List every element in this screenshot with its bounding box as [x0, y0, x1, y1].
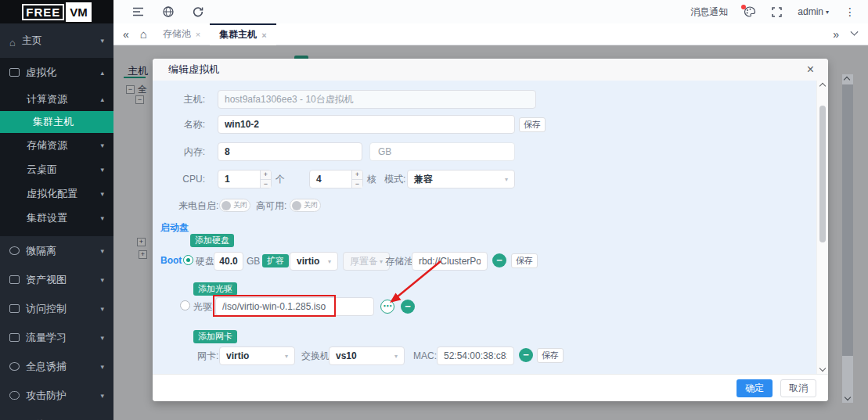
sidebar: FREE VM ⌂ 主页 ▾ 虚拟化 ▴ 计算资源 ▴ 集群主机 存储资源 ▾ …	[0, 0, 113, 420]
add-disk-button[interactable]: 添加硬盘	[190, 234, 234, 247]
tab-label: 存储池	[163, 27, 191, 41]
more-options-icon[interactable]: ⋮	[845, 5, 855, 18]
theme-palette-icon[interactable]	[744, 6, 756, 17]
cpu-sockets-stepper[interactable]: 1 + −	[218, 170, 272, 188]
nic-model-value: virtio	[226, 350, 249, 361]
tabs-menu-chevron-icon[interactable]	[851, 28, 859, 36]
decrement-icon[interactable]: −	[261, 180, 271, 188]
cpu-sockets-unit: 个	[276, 170, 285, 188]
save-name-button[interactable]: 保存	[519, 117, 546, 132]
remove-nic-button[interactable]: −	[519, 348, 533, 362]
notifications-link[interactable]: 消息通知	[690, 5, 728, 19]
annotation-red-rectangle	[213, 295, 336, 317]
increment-icon[interactable]: +	[261, 171, 271, 180]
sidebar-item-label: 攻击防护	[26, 389, 67, 403]
ha-toggle[interactable]: 关闭	[290, 199, 321, 212]
memory-field[interactable]	[218, 142, 362, 161]
expand-disk-button[interactable]: 扩容	[262, 254, 289, 267]
boot-cdrom-radio[interactable]	[180, 300, 190, 311]
caret-down-icon: ▾	[826, 9, 829, 16]
collapse-menu-icon[interactable]	[132, 7, 144, 16]
browse-iso-button[interactable]: ⋯	[380, 300, 394, 314]
toggle-knob	[292, 201, 301, 210]
sidebar-item-cluster-hosts[interactable]: 集群主机	[0, 111, 113, 133]
decrement-icon[interactable]: −	[352, 180, 362, 188]
cpu-mode-label: 模式:	[384, 170, 405, 188]
sidebar-item-label: 计算资源	[27, 92, 67, 106]
sidebar-item-holographic-trap[interactable]: 全息诱捕 ▾	[0, 352, 113, 381]
sidebar-item-label: 资产视图	[26, 273, 67, 287]
topbar: 消息通知 admin ▾ ⋮	[113, 0, 868, 23]
dialog-footer: 确定 取消	[153, 374, 828, 401]
save-nic-button[interactable]: 保存	[537, 348, 564, 363]
remove-disk-button[interactable]: −	[492, 253, 506, 267]
scroll-up-icon[interactable]	[819, 83, 826, 89]
add-nic-button[interactable]: 添加网卡	[193, 330, 237, 343]
sidebar-item-label: 虚拟化配置	[27, 187, 77, 201]
page-scrollbar-thumb[interactable]	[842, 84, 853, 356]
scroll-down-icon[interactable]	[819, 365, 826, 372]
caret-down-icon: ▾	[100, 214, 104, 222]
dialog-scrollbar[interactable]	[816, 81, 828, 374]
page-scrollbar[interactable]	[842, 74, 853, 403]
save-disk-button[interactable]: 保存	[511, 253, 538, 268]
close-dialog-icon[interactable]: ×	[807, 63, 814, 76]
dialog-header: 编辑虚拟机 ×	[153, 59, 828, 81]
sidebar-item-storage-resources[interactable]: 存储资源 ▾	[0, 133, 113, 157]
sidebar-item-access-control[interactable]: 访问控制 ▾	[0, 294, 113, 323]
tab-storage-pool[interactable]: 存储池 ×	[153, 23, 210, 45]
cpu-mode-value: 兼容	[414, 173, 433, 186]
sidebar-item-traffic-learning[interactable]: 流量学习 ▾	[0, 323, 113, 352]
sidebar-item-home[interactable]: ⌂ 主页 ▾	[0, 23, 113, 58]
edit-vm-dialog: 编辑虚拟机 × 主机: 名称: 保存 内存: GB CPU: 1 + − 个 4…	[153, 59, 828, 401]
boot-disk-radio[interactable]	[183, 255, 193, 265]
disk-size-field[interactable]	[214, 252, 243, 271]
sidebar-item-attack-protection[interactable]: 攻击防护 ▾	[0, 381, 113, 410]
cpu-cores-value: 4	[310, 171, 351, 188]
disk-provision-select[interactable]: 厚置备 ▾	[343, 252, 390, 271]
sidebar-item-cluster-settings[interactable]: 集群设置 ▾	[0, 206, 113, 230]
switch-label: 交换机:	[301, 346, 332, 365]
switch-select[interactable]: vs10 ▾	[329, 346, 405, 365]
confirm-button[interactable]: 确定	[737, 379, 773, 397]
cpu-sockets-value: 1	[218, 171, 260, 188]
sidebar-item-micro-isolation[interactable]: 微隔离 ▾	[0, 236, 113, 265]
sidebar-item-network[interactable]: 网络 ▾	[0, 410, 113, 420]
sidebar-item-label: 虚拟化	[26, 66, 56, 80]
disk-provision-value: 厚置备	[350, 255, 378, 268]
sidebar-item-label: 网络	[26, 418, 46, 420]
nic-model-select[interactable]: virtio ▾	[219, 346, 295, 365]
fullscreen-icon[interactable]	[772, 7, 782, 17]
home-tab-icon[interactable]: ⌂	[140, 27, 147, 41]
add-cdrom-button[interactable]: 添加光驱	[193, 282, 237, 296]
dialog-body: 主机: 名称: 保存 内存: GB CPU: 1 + − 个 4 + − 核 模…	[153, 81, 828, 374]
sidebar-item-virtualization[interactable]: 虚拟化 ▴	[0, 58, 113, 87]
tabs-scroll-right-icon[interactable]: »	[833, 28, 839, 41]
close-tab-icon[interactable]: ×	[196, 30, 200, 39]
sidebar-item-compute-resources[interactable]: 计算资源 ▴	[0, 87, 113, 111]
close-tab-icon[interactable]: ×	[261, 31, 266, 40]
tab-cluster-hosts[interactable]: 集群主机 ×	[210, 23, 276, 45]
cpu-cores-stepper[interactable]: 4 + −	[309, 170, 363, 188]
increment-icon[interactable]: +	[352, 171, 362, 180]
disk-bus-select[interactable]: virtio ▾	[290, 252, 338, 271]
vm-name-field[interactable]	[218, 115, 515, 134]
host-field[interactable]	[218, 90, 536, 109]
tabs-scroll-left-icon[interactable]: «	[123, 28, 129, 41]
dialog-scrollbar-thumb[interactable]	[819, 106, 826, 242]
sidebar-item-virtualization-config[interactable]: 虚拟化配置 ▾	[0, 181, 113, 206]
remove-cdrom-button[interactable]: −	[401, 300, 415, 314]
user-menu[interactable]: admin ▾	[798, 6, 829, 17]
scroll-up-icon[interactable]	[844, 77, 850, 83]
storage-pool-field[interactable]	[412, 252, 488, 271]
refresh-icon[interactable]	[193, 6, 203, 17]
sidebar-item-cloud-desktop[interactable]: 云桌面 ▾	[0, 157, 113, 181]
sidebar-item-asset-view[interactable]: 资产视图 ▾	[0, 265, 113, 294]
disk-size-unit: GB	[247, 252, 260, 271]
language-globe-icon[interactable]	[163, 6, 174, 17]
cpu-mode-select[interactable]: 兼容 ▾	[407, 170, 515, 188]
host-field-label: 主机:	[153, 90, 205, 109]
mac-field[interactable]	[437, 346, 514, 365]
cancel-button[interactable]: 取消	[780, 379, 816, 397]
autostart-toggle[interactable]: 关闭	[219, 199, 250, 212]
